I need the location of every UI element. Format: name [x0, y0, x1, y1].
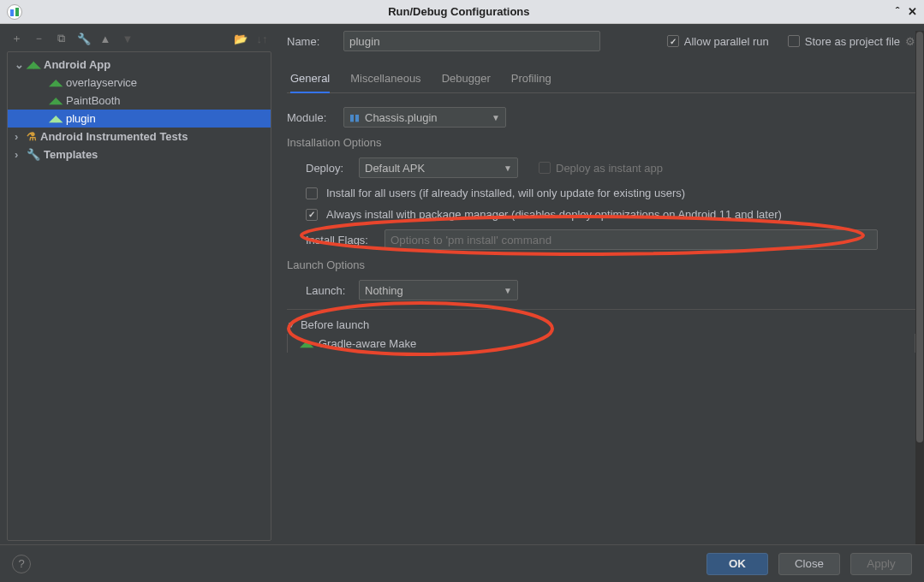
- sort-icon[interactable]: ↓↑: [256, 33, 268, 45]
- allow-parallel-checkbox[interactable]: Allow parallel run: [667, 35, 769, 48]
- module-folder-icon: ▮▮: [349, 112, 360, 123]
- svg-rect-1: [15, 8, 19, 16]
- tree-root-android-app[interactable]: ⌄ ◢◣ Android App: [8, 56, 271, 74]
- flask-icon: ⚗: [27, 130, 37, 143]
- launch-options-header: Launch Options: [287, 258, 915, 271]
- tab-bar: General Miscellaneous Debugger Profiling: [287, 67, 915, 93]
- checkbox-icon: [306, 209, 318, 221]
- launch-label: Launch:: [306, 284, 350, 297]
- chevron-down-icon: ▼: [504, 163, 512, 173]
- wrench-icon: 🔧: [27, 148, 40, 161]
- wrench-icon[interactable]: 🔧: [77, 33, 89, 45]
- installation-options-header: Installation Options: [287, 136, 915, 149]
- dialog-button-bar: ? OK Close Apply: [0, 544, 924, 582]
- config-editor: Name: Allow parallel run Store as projec…: [278, 24, 924, 544]
- android-icon: ◢◣: [49, 77, 63, 88]
- tree-item-paintbooth[interactable]: ◢◣ PaintBooth: [8, 92, 271, 110]
- window-close-icon[interactable]: ✕: [908, 5, 917, 18]
- store-as-project-checkbox[interactable]: Store as project file ⚙: [788, 35, 915, 48]
- module-select[interactable]: ▮▮ Chassis.plugin ▼: [343, 107, 506, 128]
- tab-general[interactable]: General: [290, 67, 330, 93]
- copy-icon[interactable]: ⧉: [55, 32, 67, 45]
- apply-button[interactable]: Apply: [850, 553, 912, 575]
- before-launch-item[interactable]: ◢◣ Gradle-aware Make: [287, 334, 915, 353]
- android-icon: ◢◣: [49, 95, 63, 106]
- ok-button[interactable]: OK: [706, 553, 768, 575]
- tree-root-instrumented[interactable]: › ⚗ Android Instrumented Tests: [8, 128, 271, 146]
- android-icon: ◢◣: [300, 338, 313, 349]
- config-tree[interactable]: ⌄ ◢◣ Android App ◢◣ overlayservice ◢◣ Pa…: [7, 51, 271, 541]
- checkbox-icon: [306, 187, 318, 199]
- add-icon[interactable]: ＋: [10, 31, 22, 46]
- tab-miscellaneous[interactable]: Miscellaneous: [350, 67, 420, 92]
- module-label: Module:: [287, 111, 335, 124]
- window-minimize-icon[interactable]: ˆ: [896, 5, 899, 18]
- checkbox-icon: [667, 35, 679, 47]
- launch-select[interactable]: Nothing ▼: [359, 280, 518, 300]
- before-launch-toggle[interactable]: ▼ Before launch: [287, 315, 915, 334]
- deploy-select[interactable]: Default APK ▼: [359, 157, 518, 178]
- window-titlebar: Run/Debug Configurations ˆ ✕: [0, 0, 924, 24]
- tree-root-templates[interactable]: › 🔧 Templates: [8, 146, 271, 163]
- android-icon: ◢◣: [27, 59, 40, 70]
- checkbox-icon: [788, 35, 800, 47]
- tree-item-plugin[interactable]: ◢◣ plugin: [8, 110, 271, 128]
- name-label: Name:: [287, 35, 330, 48]
- tab-profiling[interactable]: Profiling: [511, 67, 551, 92]
- chevron-down-icon: ▼: [492, 113, 500, 122]
- chevron-down-icon: ▼: [504, 286, 512, 295]
- install-flags-label: Install Flags:: [306, 234, 376, 246]
- scrollbar[interactable]: [915, 31, 924, 544]
- remove-icon[interactable]: －: [33, 31, 45, 46]
- folder-icon[interactable]: 📂: [234, 33, 246, 45]
- svg-rect-0: [10, 9, 14, 16]
- install-flags-input[interactable]: [385, 229, 878, 250]
- app-icon: [7, 4, 22, 20]
- deploy-instant-checkbox[interactable]: Deploy as instant app: [539, 162, 663, 175]
- tab-debugger[interactable]: Debugger: [442, 67, 491, 92]
- close-button[interactable]: Close: [778, 553, 840, 575]
- always-package-manager-checkbox[interactable]: Always install with package manager (dis…: [306, 208, 915, 221]
- up-icon[interactable]: ▲: [99, 33, 111, 45]
- config-name-input[interactable]: [343, 31, 600, 51]
- window-title: Run/Debug Configurations: [22, 5, 896, 18]
- help-button[interactable]: ?: [12, 555, 31, 573]
- configurations-panel: ＋ － ⧉ 🔧 ▲ ▼ 📂 ↓↑ ⌄ ◢◣ Android App ◢◣ ove…: [0, 24, 278, 544]
- config-toolbar: ＋ － ⧉ 🔧 ▲ ▼ 📂 ↓↑: [7, 31, 271, 51]
- android-icon: ◢◣: [49, 113, 63, 124]
- down-icon[interactable]: ▼: [122, 33, 134, 45]
- deploy-label: Deploy:: [306, 162, 350, 175]
- gear-icon[interactable]: ⚙: [905, 35, 915, 48]
- install-all-users-checkbox[interactable]: Install for all users (if already instal…: [306, 187, 915, 199]
- tree-item-overlayservice[interactable]: ◢◣ overlayservice: [8, 74, 271, 92]
- chevron-down-icon: ▼: [287, 320, 295, 330]
- checkbox-icon: [539, 162, 551, 174]
